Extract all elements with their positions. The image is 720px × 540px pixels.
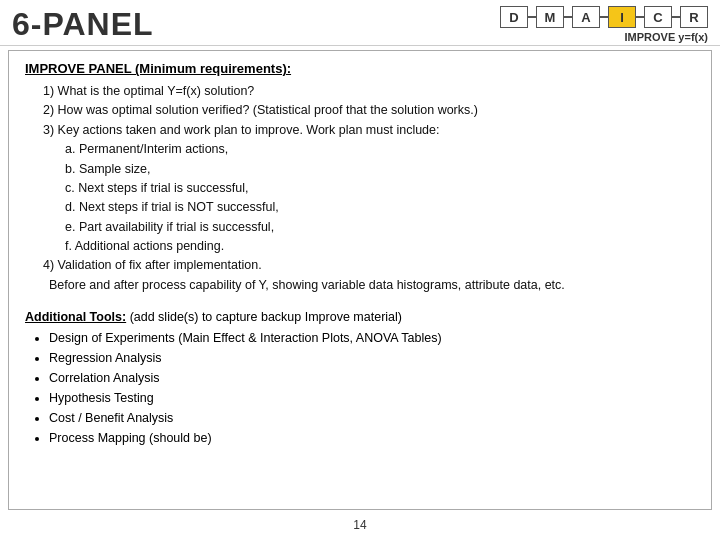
dmaic-A: A: [572, 6, 600, 28]
dmaic-I: I: [608, 6, 636, 28]
sub-item-3: d. Next steps if trial is NOT successful…: [65, 198, 695, 217]
dmaic-dash: [528, 16, 536, 18]
dmaic-dash: [672, 16, 680, 18]
sub-item-2: c. Next steps if trial is successful,: [65, 179, 695, 198]
main-content: IMPROVE PANEL (Minimum requirements): 1)…: [8, 50, 712, 510]
tools-intro: (add slide(s) to capture backup Improve …: [126, 310, 402, 324]
page-number: 14: [353, 518, 366, 532]
item-2: 2) How was optimal solution verified? (S…: [43, 101, 695, 120]
item-4: 4) Validation of fix after implementatio…: [43, 256, 695, 275]
item-4b: Before and after process capability of Y…: [49, 276, 695, 295]
dmaic-dash: [564, 16, 572, 18]
item-3: 3) Key actions taken and work plan to im…: [43, 121, 695, 140]
tools-title: Additional Tools:: [25, 310, 126, 324]
tools-list: Design of Experiments (Main Effect & Int…: [49, 328, 695, 448]
tools-bullet-5: Process Mapping (should be): [49, 428, 695, 448]
footer: 14: [0, 514, 720, 534]
dmaic-C: C: [644, 6, 672, 28]
sub-item-5: f. Additional actions pending.: [65, 237, 695, 256]
dmaic-D: D: [500, 6, 528, 28]
header-right: DMAICR IMPROVE y=f(x): [500, 6, 708, 43]
dmaic-M: M: [536, 6, 564, 28]
sub-item-4: e. Part availability if trial is success…: [65, 218, 695, 237]
dmaic-bar: DMAICR: [500, 6, 708, 28]
tools-bullet-2: Correlation Analysis: [49, 368, 695, 388]
tools-section: Additional Tools: (add slide(s) to captu…: [25, 309, 695, 448]
dmaic-dash: [600, 16, 608, 18]
header: 6-PANEL DMAICR IMPROVE y=f(x): [0, 0, 720, 46]
sub-item-0: a. Permanent/Interim actions,: [65, 140, 695, 159]
content-block: 1) What is the optimal Y=f(x) solution? …: [25, 82, 695, 295]
sub-item-1: b. Sample size,: [65, 160, 695, 179]
tools-bullet-3: Hypothesis Testing: [49, 388, 695, 408]
dmaic-R: R: [680, 6, 708, 28]
improve-label: IMPROVE y=f(x): [625, 31, 708, 43]
section-title: IMPROVE PANEL (Minimum requirements):: [25, 61, 695, 76]
item-1: 1) What is the optimal Y=f(x) solution?: [43, 82, 695, 101]
tools-bullet-4: Cost / Benefit Analysis: [49, 408, 695, 428]
page-title: 6-PANEL: [12, 6, 154, 43]
dmaic-dash: [636, 16, 644, 18]
tools-bullet-0: Design of Experiments (Main Effect & Int…: [49, 328, 695, 348]
tools-bullet-1: Regression Analysis: [49, 348, 695, 368]
